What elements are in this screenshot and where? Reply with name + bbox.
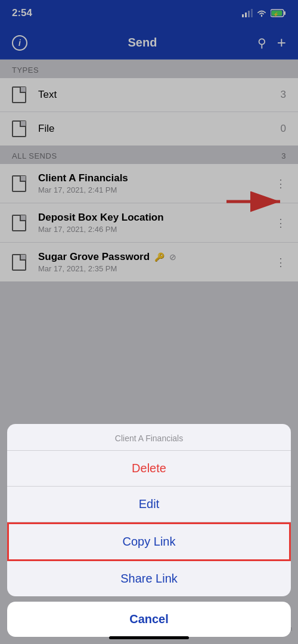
cancel-button[interactable]: Cancel [7, 602, 291, 637]
copy-link-button[interactable]: Copy Link [7, 522, 291, 561]
delete-button[interactable]: Delete [7, 451, 291, 487]
edit-button[interactable]: Edit [7, 487, 291, 522]
context-menu: Client A Financials Delete Edit Copy Lin… [7, 424, 291, 596]
home-indicator [109, 636, 189, 639]
context-menu-title: Client A Financials [7, 424, 291, 451]
share-link-button[interactable]: Share Link [7, 561, 291, 596]
